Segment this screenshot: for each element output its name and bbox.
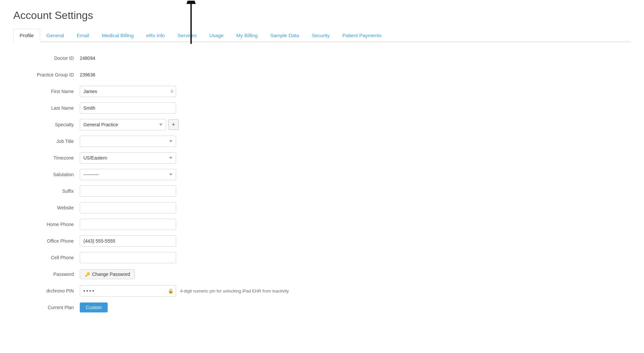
home-phone-input[interactable] bbox=[80, 219, 176, 230]
salutation-select[interactable]: ----------Dr.Mr.Ms.Mrs. bbox=[80, 169, 176, 180]
current-plan-row: Current Plan Custom bbox=[13, 301, 631, 313]
tab-security[interactable]: Security bbox=[305, 29, 336, 42]
timezone-row: Timezone US/EasternUS/CentralUS/Mountain… bbox=[13, 152, 631, 164]
tab-usage[interactable]: Usage bbox=[203, 29, 230, 42]
change-password-label: Change Password bbox=[92, 272, 130, 277]
salutation-row: Salutation ----------Dr.Mr.Ms.Mrs. bbox=[13, 169, 631, 180]
tab-email[interactable]: Email bbox=[70, 29, 96, 42]
current-plan-label: Current Plan bbox=[13, 305, 80, 310]
website-label: Website bbox=[13, 205, 80, 210]
specialty-controls: General PracticeFamily MedicineInternal … bbox=[80, 119, 179, 130]
job-title-select[interactable]: MDDONPPA bbox=[80, 136, 176, 147]
cell-phone-label: Cell Phone bbox=[13, 255, 80, 260]
practice-group-id-value: 239636 bbox=[80, 72, 95, 77]
specialty-row: Specialty General PracticeFamily Medicin… bbox=[13, 119, 631, 131]
specialty-label: Specialty bbox=[13, 122, 80, 127]
first-name-input-wrapper: ≡ bbox=[80, 86, 176, 97]
practice-group-id-label: Practice Group ID bbox=[13, 72, 80, 77]
doctor-id-row: Doctor ID 248094 bbox=[13, 52, 631, 64]
last-name-row: Last Name bbox=[13, 102, 631, 114]
tabs-nav: Profile General Email Medical Billing eR… bbox=[13, 29, 631, 42]
tab-general[interactable]: General bbox=[40, 29, 70, 42]
specialty-select[interactable]: General PracticeFamily MedicineInternal … bbox=[80, 119, 166, 130]
doctor-id-label: Doctor ID bbox=[13, 56, 80, 61]
list-icon: ≡ bbox=[170, 88, 173, 94]
tab-sample-data[interactable]: Sample Data bbox=[264, 29, 305, 42]
suffix-label: Suffix bbox=[13, 188, 80, 194]
profile-form: Doctor ID 248094 Practice Group ID 23963… bbox=[13, 52, 631, 318]
practice-group-id-row: Practice Group ID 239636 bbox=[13, 69, 631, 81]
password-label: Password bbox=[13, 272, 80, 277]
cell-phone-input[interactable] bbox=[80, 252, 176, 263]
tab-profile[interactable]: Profile bbox=[13, 29, 40, 42]
first-name-label: First Name bbox=[13, 89, 80, 94]
office-phone-row: Office Phone bbox=[13, 235, 631, 247]
tab-erx-info[interactable]: eRx Info bbox=[140, 29, 171, 42]
last-name-input[interactable] bbox=[80, 102, 176, 114]
website-input[interactable] bbox=[80, 202, 176, 213]
timezone-label: Timezone bbox=[13, 155, 80, 161]
website-row: Website bbox=[13, 202, 631, 214]
job-title-label: Job Title bbox=[13, 139, 80, 144]
home-phone-label: Home Phone bbox=[13, 222, 80, 227]
tab-patient-payments[interactable]: Patient Payments bbox=[336, 29, 388, 42]
job-title-row: Job Title MDDONPPA bbox=[13, 135, 631, 147]
timezone-select[interactable]: US/EasternUS/CentralUS/MountainUS/Pacifi… bbox=[80, 152, 176, 164]
key-icon: 🔑 bbox=[85, 272, 90, 277]
home-phone-row: Home Phone bbox=[13, 218, 631, 230]
drchrono-pin-input[interactable] bbox=[80, 285, 176, 296]
cell-phone-row: Cell Phone bbox=[13, 252, 631, 264]
lock-icon: 🔒 bbox=[168, 288, 173, 294]
office-phone-label: Office Phone bbox=[13, 238, 80, 244]
drchrono-pin-label: drchrono PIN bbox=[13, 288, 80, 294]
doctor-id-value: 248094 bbox=[80, 56, 95, 61]
password-row: Password 🔑 Change Password bbox=[13, 268, 631, 280]
tab-medical-billing[interactable]: Medical Billing bbox=[95, 29, 140, 42]
change-password-button[interactable]: 🔑 Change Password bbox=[80, 269, 135, 279]
tab-my-billing[interactable]: My Billing bbox=[230, 29, 264, 42]
tab-services[interactable]: Services bbox=[171, 29, 203, 42]
first-name-input[interactable] bbox=[80, 86, 176, 97]
drchrono-pin-row: drchrono PIN 🔒 4-digit numeric pin for u… bbox=[13, 285, 631, 297]
pin-hint-text: 4-digit numeric pin for unlocking iPad E… bbox=[180, 289, 289, 294]
first-name-row: First Name ≡ bbox=[13, 85, 631, 97]
office-phone-input[interactable] bbox=[80, 235, 176, 247]
add-specialty-button[interactable]: + bbox=[168, 119, 179, 130]
pin-input-wrapper: 🔒 bbox=[80, 285, 176, 296]
salutation-label: Salutation bbox=[13, 172, 80, 177]
page-title: Account Settings bbox=[13, 9, 631, 22]
current-plan-button[interactable]: Custom bbox=[80, 302, 108, 312]
suffix-input[interactable] bbox=[80, 185, 176, 197]
last-name-label: Last Name bbox=[13, 105, 80, 111]
suffix-row: Suffix bbox=[13, 185, 631, 197]
